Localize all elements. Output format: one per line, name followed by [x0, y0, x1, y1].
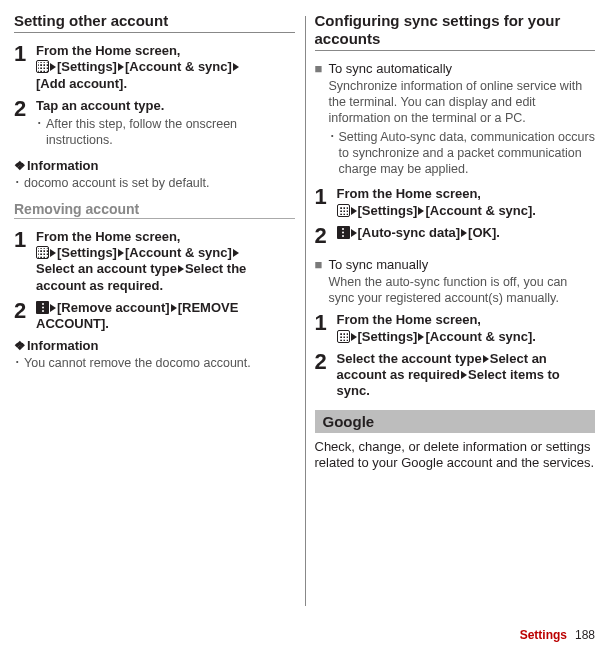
step-2-auto-sync: 2 [Auto-sync data][OK].: [315, 225, 596, 247]
note-text: You cannot remove the docomo account.: [24, 355, 251, 371]
text: [Settings]: [358, 203, 418, 218]
text: From the Home screen,: [337, 312, 482, 327]
step-number: 2: [14, 98, 36, 152]
arrow-icon: [50, 304, 56, 312]
text: Information: [27, 158, 99, 173]
text: [Settings]: [57, 59, 117, 74]
arrow-icon: [461, 229, 467, 237]
subsection-note: ･ Setting Auto-sync data, communication …: [329, 129, 596, 178]
step-2-set-other: 2 Tap an account type. ･ After this step…: [14, 98, 295, 152]
note-text: docomo account is set by default.: [24, 175, 210, 191]
footer-category: Settings: [520, 628, 567, 642]
step-2-remove: 2 [Remove account][REMOVE ACCOUNT].: [14, 300, 295, 333]
step-number: 1: [14, 43, 36, 92]
information-note: ･ docomo account is set by default.: [14, 175, 295, 191]
bullet-icon: ･: [14, 355, 24, 371]
apps-grid-icon: [337, 330, 350, 343]
step-instruction: From the Home screen, [Settings][Account…: [337, 186, 596, 219]
bullet-icon: ･: [36, 116, 46, 149]
text: [Remove account]: [57, 300, 170, 315]
arrow-icon: [351, 229, 357, 237]
text: From the Home screen,: [337, 186, 482, 201]
step-number: 2: [315, 225, 337, 247]
section-header-google: Google: [315, 410, 596, 433]
bullet-icon: ･: [14, 175, 24, 191]
step-instruction: [Auto-sync data][OK].: [337, 225, 596, 241]
text: [Auto-sync data]: [358, 225, 461, 240]
text: Select an account type: [36, 261, 177, 276]
step-number: 1: [315, 312, 337, 345]
text: From the Home screen,: [36, 229, 181, 244]
text: [Settings]: [358, 329, 418, 344]
arrow-icon: [233, 63, 239, 71]
apps-grid-icon: [337, 204, 350, 217]
text: Information: [27, 338, 99, 353]
step-note: ･ After this step, follow the onscreen i…: [36, 116, 295, 149]
bullet-icon: ･: [329, 129, 339, 178]
section-title-setting-other-account: Setting other account: [14, 12, 295, 33]
text: [Account & sync]: [125, 59, 232, 74]
step-2-manual-sync: 2 Select the account typeSelect an accou…: [315, 351, 596, 400]
step-1-remove: 1 From the Home screen, [Settings][Accou…: [14, 229, 295, 294]
subsection-title: To sync manually: [329, 257, 596, 274]
text: Select the account type: [337, 351, 482, 366]
step-number: 2: [315, 351, 337, 400]
note-text: Setting Auto-sync data, communication oc…: [339, 129, 596, 178]
step-instruction: From the Home screen, [Settings][Account…: [36, 229, 295, 294]
arrow-icon: [171, 304, 177, 312]
arrow-icon: [50, 249, 56, 257]
arrow-icon: [233, 249, 239, 257]
square-icon: ■: [315, 61, 329, 180]
footer-page-number: 188: [575, 628, 595, 642]
diamond-icon: ❖: [14, 158, 26, 173]
note-text: After this step, follow the onscreen ins…: [46, 116, 295, 149]
step-1-set-other: 1 From the Home screen, [Settings][Accou…: [14, 43, 295, 92]
subsection-sync-manual: ■ To sync manually When the auto-sync fu…: [315, 257, 596, 306]
overflow-menu-icon: [36, 301, 49, 314]
step-instruction: From the Home screen, [Settings][Account…: [337, 312, 596, 345]
apps-grid-icon: [36, 246, 49, 259]
text: [Account & sync]: [125, 245, 232, 260]
information-heading: ❖Information: [14, 158, 295, 173]
arrow-icon: [483, 355, 489, 363]
text: [Add account].: [36, 76, 127, 91]
step-instruction: [Remove account][REMOVE ACCOUNT].: [36, 300, 295, 333]
google-desc: Check, change, or delete information or …: [315, 439, 596, 473]
step-1-manual-sync: 1 From the Home screen, [Settings][Accou…: [315, 312, 596, 345]
text: From the Home screen,: [36, 43, 181, 58]
arrow-icon: [50, 63, 56, 71]
subsection-title: To sync automatically: [329, 61, 596, 78]
section-title-removing-account: Removing account: [14, 201, 295, 219]
text: [Account & sync].: [425, 329, 536, 344]
arrow-icon: [418, 207, 424, 215]
arrow-icon: [351, 333, 357, 341]
page-footer: Settings188: [520, 628, 595, 642]
subsection-desc: When the auto-sync function is off, you …: [329, 274, 596, 307]
overflow-menu-icon: [337, 226, 350, 239]
diamond-icon: ❖: [14, 338, 26, 353]
information-heading: ❖Information: [14, 338, 295, 353]
step-instruction: Select the account typeSelect an account…: [337, 351, 596, 400]
information-note: ･ You cannot remove the docomo account.: [14, 355, 295, 371]
subsection-desc: Synchronize information of online servic…: [329, 78, 596, 127]
arrow-icon: [118, 63, 124, 71]
subsection-sync-auto: ■ To sync automatically Synchronize info…: [315, 61, 596, 180]
column-divider: [305, 16, 306, 606]
text: [Account & sync].: [425, 203, 536, 218]
arrow-icon: [118, 249, 124, 257]
step-number: 1: [14, 229, 36, 294]
arrow-icon: [178, 265, 184, 273]
step-instruction: From the Home screen, [Settings][Account…: [36, 43, 295, 92]
square-icon: ■: [315, 257, 329, 306]
text: [OK].: [468, 225, 500, 240]
text: [Settings]: [57, 245, 117, 260]
apps-grid-icon: [36, 60, 49, 73]
section-title-configure-sync: Configuring sync settings for your accou…: [315, 12, 596, 51]
step-number: 1: [315, 186, 337, 219]
arrow-icon: [351, 207, 357, 215]
arrow-icon: [418, 333, 424, 341]
step-instruction: Tap an account type.: [36, 98, 295, 114]
step-1-auto-sync: 1 From the Home screen, [Settings][Accou…: [315, 186, 596, 219]
arrow-icon: [461, 371, 467, 379]
step-number: 2: [14, 300, 36, 333]
